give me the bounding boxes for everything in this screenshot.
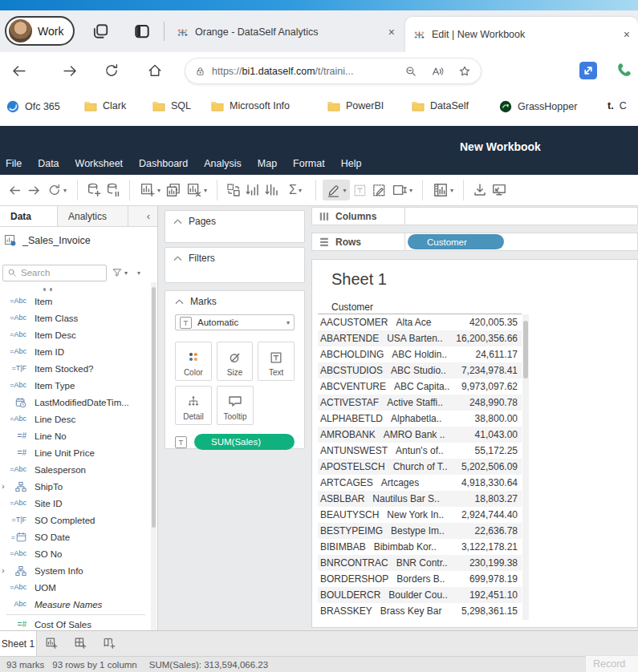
tab-analytics[interactable]: Analytics <box>58 206 128 226</box>
filter-fields-icon[interactable]: ▾ <box>112 267 128 278</box>
address-bar[interactable]: https://bi1.dataself.com/t/traini... <box>185 58 482 84</box>
duplicate-sheet-icon[interactable] <box>164 180 183 200</box>
field-item-measure-names[interactable]: Abc Measure Names <box>0 596 152 613</box>
table-row[interactable]: ABARTENDEUSA Barten..16,200,356.66 <box>318 330 522 346</box>
new-dashboard-icon[interactable] <box>66 631 95 656</box>
table-row[interactable]: ASBLBARNautilus Bar S..18,803.27 <box>318 491 522 507</box>
field-list-scrollbar[interactable] <box>151 282 156 630</box>
field-item[interactable]: =Abc Site ID <box>0 495 152 512</box>
field-item[interactable]: =Abc Item Desc <box>0 326 152 343</box>
zoom-out-icon[interactable] <box>404 65 417 78</box>
bookmark-partial[interactable]: t. C <box>608 100 627 111</box>
tab-actions-icon[interactable] <box>132 21 152 42</box>
replay-icon[interactable]: ▾ <box>43 180 71 200</box>
download-icon[interactable] <box>470 180 490 200</box>
field-item[interactable]: =Abc Item <box>0 293 152 310</box>
close-tab-icon[interactable]: × <box>624 29 630 40</box>
collapse-panel-icon[interactable]: ‹ <box>128 206 157 226</box>
annotate-icon[interactable] <box>369 180 388 200</box>
field-item[interactable]: =T|F Item Stocked? <box>0 360 152 377</box>
totals-icon[interactable]: Σ▾ <box>282 180 309 200</box>
sum-sales-pill[interactable]: SUM(Sales) <box>194 434 295 450</box>
menu-data[interactable]: Data <box>38 158 59 169</box>
forward-icon[interactable] <box>61 62 79 79</box>
table-row[interactable]: AACUSTOMERAlta Ace420,005.35 <box>318 314 522 330</box>
sort-ascending-icon[interactable] <box>243 180 262 200</box>
table-row[interactable]: BEAUTYSCHNew York In..2,924,744.40 <box>318 507 522 523</box>
mark-type-dropdown[interactable]: T Automatic ▾ <box>175 314 295 330</box>
phone-extension-icon[interactable] <box>616 61 635 80</box>
table-row[interactable]: BESTYPEIMGBestype Im..22,636.78 <box>318 523 522 539</box>
size-button[interactable]: Size <box>217 342 254 381</box>
table-row[interactable]: ARTCAGESArtcages4,918,330.64 <box>318 475 522 491</box>
expand-chevron-icon[interactable]: › <box>2 478 5 495</box>
browser-tab-edit-new-workbook[interactable]: Edit | New Workbook × <box>405 17 638 52</box>
close-tab-icon[interactable]: × <box>388 26 395 38</box>
bookmark-folder-powerbi[interactable]: PowerBI <box>327 100 384 111</box>
table-row[interactable]: ABCVENTUREABC Capita..9,973,097.62 <box>318 379 522 395</box>
menu-dashboard[interactable]: Dashboard <box>139 158 188 169</box>
bookmark-folder-microsoft-info[interactable]: Microsoft Info <box>211 100 290 111</box>
menu-map[interactable]: Map <box>258 158 277 169</box>
menu-format[interactable]: Format <box>293 158 325 169</box>
table-row[interactable]: BIBIMBABBibimbab Kor..3,122,178.21 <box>318 539 522 555</box>
home-icon[interactable] <box>146 62 164 79</box>
favorites-star-icon[interactable] <box>458 65 471 78</box>
text-button[interactable]: Text <box>258 342 295 381</box>
bookmark-folder-clark[interactable]: Clark <box>84 100 126 111</box>
customer-pill[interactable]: Customer <box>408 234 504 249</box>
field-item[interactable]: =T|F SO Completed <box>0 512 152 528</box>
rows-shelf-area[interactable]: Customer <box>405 233 638 251</box>
table-row[interactable]: AMROBANKAMRO Bank ..41,043.00 <box>318 427 522 443</box>
browser-profile-button[interactable]: Work <box>5 16 75 46</box>
bookmark-ofc-365[interactable]: Ofc 365 <box>6 100 60 113</box>
color-button[interactable]: Color <box>175 342 212 381</box>
tooltip-button[interactable]: Tooltip <box>217 386 254 425</box>
collapse-chevron-icon[interactable] <box>175 298 184 305</box>
record-button[interactable]: Record <box>585 655 638 672</box>
table-scrollbar[interactable] <box>522 314 529 620</box>
menu-help[interactable]: Help <box>341 158 362 169</box>
highlight-icon[interactable]: ▾ <box>323 180 350 200</box>
rows-shelf[interactable]: Rows Customer <box>311 233 638 251</box>
marks-card[interactable]: Marks T Automatic ▾ Color <box>165 290 305 449</box>
filters-card[interactable]: Filters <box>165 247 305 283</box>
bookmark-folder-sql[interactable]: SQL <box>152 100 191 111</box>
fit-selector-icon[interactable]: ▾ <box>388 180 416 200</box>
extension-icon[interactable] <box>579 62 597 79</box>
detail-button[interactable]: Detail <box>175 386 212 425</box>
back-icon[interactable] <box>10 62 27 79</box>
swap-rows-columns-icon[interactable] <box>224 180 243 200</box>
bookmark-folder-dataself[interactable]: DataSelf <box>412 100 469 111</box>
field-item[interactable]: =# Line No <box>0 427 152 444</box>
menu-file[interactable]: File <box>6 158 22 169</box>
table-row[interactable]: ABCHOLDINGABC Holdin..24,611.17 <box>318 346 522 362</box>
table-row[interactable]: ACTIVESTAFActive Staffi..248,990.78 <box>318 395 522 411</box>
field-item-measure[interactable]: =# Cost Of Sales <box>0 616 152 630</box>
field-item[interactable]: LastModifiedDateTim... <box>0 394 152 411</box>
pause-datasource-icon[interactable] <box>104 180 123 200</box>
expand-chevron-icon[interactable]: › <box>2 562 5 579</box>
search-input[interactable] <box>21 268 95 277</box>
new-story-icon[interactable] <box>95 631 124 656</box>
datasource-item[interactable]: _Sales_Invoice <box>0 231 157 250</box>
menu-worksheet[interactable]: Worksheet <box>75 158 124 169</box>
undo-icon[interactable] <box>5 180 24 200</box>
column-header[interactable]: Customer <box>331 302 373 313</box>
field-item-hierarchy[interactable]: › ShipTo <box>0 478 152 495</box>
show-me-icon[interactable]: ▾ <box>429 180 457 200</box>
refresh-icon[interactable] <box>103 62 120 79</box>
field-item[interactable]: =Abc Line Desc <box>0 411 152 427</box>
field-item[interactable]: =Abc Item Class <box>0 310 152 326</box>
show-mark-labels-icon[interactable] <box>350 180 369 200</box>
table-row[interactable]: ALPHABETLDAlphabetla..38,800.00 <box>318 411 522 427</box>
clear-sheet-icon[interactable]: ▾ <box>183 180 210 200</box>
new-worksheet-icon[interactable]: ▾ <box>136 180 164 200</box>
columns-shelf[interactable]: Columns <box>311 207 638 225</box>
table-row[interactable]: APOSTELSCHChurch of T..5,202,506.09 <box>318 459 522 475</box>
new-datasource-icon[interactable] <box>84 180 104 200</box>
field-item[interactable]: =Abc Salesperson <box>0 461 152 478</box>
redo-icon[interactable] <box>24 180 43 200</box>
table-row[interactable]: BNRCONTRACBNR Contr..230,199.38 <box>318 555 522 571</box>
view-options-icon[interactable]: ▾ <box>137 269 140 277</box>
